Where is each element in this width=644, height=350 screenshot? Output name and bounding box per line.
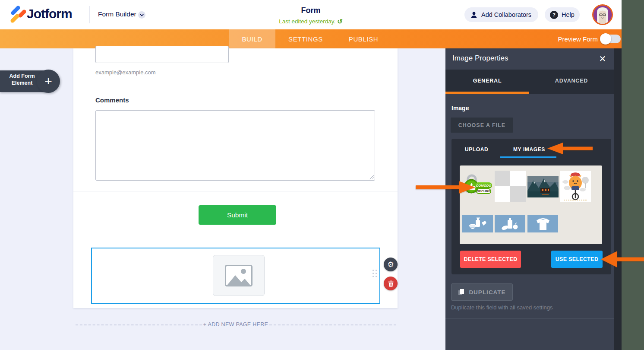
last-edited-text: Last edited yesterday. bbox=[279, 18, 335, 25]
duplicate-hint: Duplicate this field with all saved sett… bbox=[451, 304, 553, 311]
undo-icon[interactable]: ↺ bbox=[337, 18, 343, 25]
email-input[interactable] bbox=[95, 46, 229, 63]
tab-my-images[interactable]: MY IMAGES bbox=[513, 145, 545, 154]
duplicate-button[interactable]: DUPLICATE bbox=[451, 283, 513, 301]
thumbnail-tshirt[interactable] bbox=[527, 215, 558, 232]
my-images-underline bbox=[500, 156, 556, 158]
tab-publish[interactable]: PUBLISH bbox=[338, 29, 389, 48]
add-collaborators-button[interactable]: Add Collaborators bbox=[464, 7, 538, 22]
panel-divider bbox=[445, 318, 614, 319]
active-tab-underline bbox=[445, 92, 529, 94]
trash-icon bbox=[388, 280, 394, 287]
add-new-page-button[interactable]: + ADD NEW PAGE HERE bbox=[202, 321, 269, 328]
dashed-line-right bbox=[269, 325, 396, 325]
choose-a-file-button[interactable]: CHOOSE A FILE bbox=[451, 118, 513, 133]
close-icon[interactable]: ✕ bbox=[597, 53, 608, 64]
annotation-arrow-comodo bbox=[416, 181, 475, 194]
secure-label: SECURE bbox=[476, 188, 491, 194]
thumbnail-transparent-checkerboard[interactable] bbox=[495, 171, 526, 202]
toggle-knob[interactable] bbox=[600, 33, 611, 45]
add-form-line1: Add Form bbox=[3, 73, 41, 80]
form-canvas: example@example.com Comments Submit bbox=[73, 48, 398, 308]
brand-wordmark: Jotform bbox=[27, 6, 72, 21]
last-edited-status: Last edited yesterday.↺ bbox=[242, 17, 380, 25]
add-form-element-label: Add Form Element bbox=[3, 73, 41, 86]
preview-form-toggle[interactable] bbox=[601, 35, 621, 43]
header-divider bbox=[89, 6, 90, 23]
tab-build[interactable]: BUILD bbox=[229, 29, 275, 48]
tab-advanced[interactable]: ADVANCED bbox=[529, 70, 614, 92]
tab-general[interactable]: GENERAL bbox=[445, 70, 529, 92]
email-hint-text: example@example.com bbox=[95, 69, 156, 76]
help-label: Help bbox=[562, 11, 575, 18]
section-divider bbox=[73, 191, 398, 191]
chevron-down-icon[interactable] bbox=[138, 11, 145, 19]
avatar[interactable] bbox=[592, 4, 613, 25]
tab-upload[interactable]: UPLOAD bbox=[465, 145, 488, 154]
top-header: Jotform Form Builder Form Last edited ye… bbox=[0, 0, 622, 29]
thumbnail-food-items[interactable] bbox=[495, 215, 525, 232]
tab-settings[interactable]: SETTINGS bbox=[280, 29, 331, 48]
drag-handle-icon[interactable] bbox=[373, 270, 377, 277]
comments-label: Comments bbox=[95, 96, 129, 104]
jotform-logo-icon bbox=[9, 6, 26, 24]
annotation-arrow-use-selected bbox=[601, 251, 644, 267]
my-images-grid: COMODO SECURE bbox=[460, 165, 602, 244]
panel-scroll-track[interactable] bbox=[614, 48, 622, 350]
image-picker: UPLOAD MY IMAGES COMODO bbox=[451, 139, 611, 274]
comodo-label: COMODO bbox=[475, 182, 492, 188]
preview-form-label: Preview Form bbox=[540, 29, 598, 48]
panel-title: Image Properties bbox=[452, 54, 508, 63]
dashed-line-left bbox=[76, 325, 202, 325]
element-settings-button[interactable]: ⚙ bbox=[384, 258, 398, 271]
help-button[interactable]: ? Help bbox=[545, 7, 580, 22]
duplicate-label: DUPLICATE bbox=[469, 289, 505, 296]
image-placeholder[interactable] bbox=[213, 255, 265, 296]
use-selected-button[interactable]: USE SELECTED bbox=[551, 251, 603, 268]
person-icon bbox=[470, 11, 477, 19]
form-title[interactable]: Form bbox=[242, 6, 380, 15]
help-icon: ? bbox=[550, 11, 558, 19]
add-form-line2: Element bbox=[3, 80, 41, 86]
delete-selected-button[interactable]: DELETE SELECTED bbox=[460, 251, 521, 268]
thumbnail-mascot-illustration[interactable] bbox=[560, 171, 591, 204]
resize-grip-icon[interactable] bbox=[369, 175, 374, 179]
image-section-label: Image bbox=[451, 105, 469, 111]
element-delete-button[interactable] bbox=[384, 277, 398, 290]
comments-textarea[interactable] bbox=[95, 110, 375, 181]
annotation-arrow-my-images bbox=[547, 143, 593, 154]
right-edge-backdrop bbox=[622, 0, 644, 350]
image-placeholder-icon bbox=[225, 265, 253, 286]
thumbnail-mountain-photo[interactable] bbox=[527, 176, 559, 199]
gear-icon: ⚙ bbox=[387, 260, 394, 269]
product-switcher[interactable]: Form Builder bbox=[98, 10, 136, 18]
add-collaborators-label: Add Collaborators bbox=[481, 11, 531, 18]
duplicate-icon bbox=[458, 289, 464, 296]
thumbnail-hygiene-items[interactable] bbox=[462, 215, 493, 232]
image-properties-panel: Image Properties ✕ GENERAL ADVANCED Imag… bbox=[445, 48, 614, 350]
form-builder-screen: Jotform Form Builder Form Last edited ye… bbox=[0, 0, 644, 350]
submit-button[interactable]: Submit bbox=[199, 205, 276, 225]
